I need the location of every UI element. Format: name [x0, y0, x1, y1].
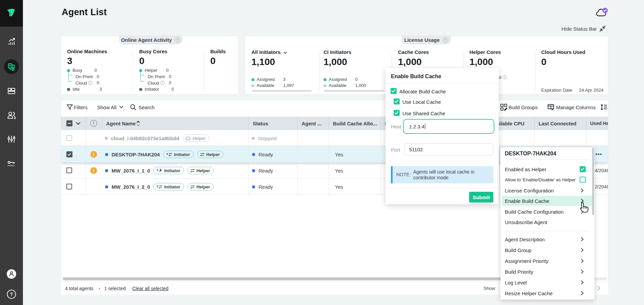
svg-text:?: ?: [10, 292, 13, 297]
